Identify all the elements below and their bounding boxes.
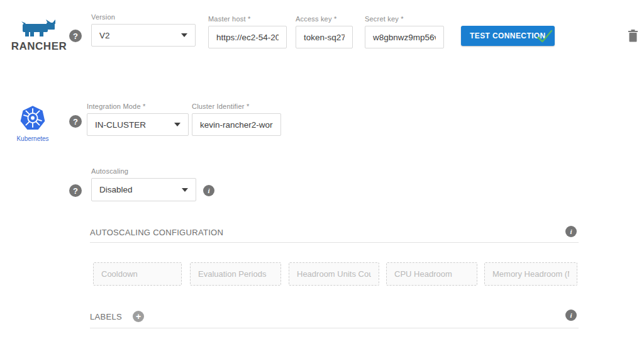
headroom-units-count-input xyxy=(289,262,379,286)
master-host-field: Master host * xyxy=(208,15,287,48)
access-key-label: Access key * xyxy=(296,15,353,23)
autoscaling-field: Autoscaling Disabled xyxy=(91,167,196,201)
cluster-identifier-label: Cluster Identifier * xyxy=(192,103,281,110)
autoscaling-help-icon[interactable]: ? xyxy=(69,184,82,197)
add-label-button[interactable]: + xyxy=(133,311,144,322)
autoscaling-configuration-info-icon[interactable]: i xyxy=(565,226,577,237)
autoscaling-configuration-title: AUTOSCALING CONFIGURATION xyxy=(90,228,223,237)
evaluation-periods-input xyxy=(190,262,281,286)
version-label: Version xyxy=(91,13,196,21)
kubernetes-helm-icon xyxy=(19,122,46,133)
memory-headroom-input xyxy=(484,262,577,286)
master-host-label: Master host * xyxy=(208,15,287,23)
labels-info-icon[interactable]: i xyxy=(565,310,577,321)
labels-divider xyxy=(90,328,579,328)
kubernetes-help-icon[interactable]: ? xyxy=(69,115,82,128)
integration-mode-value: IN-CLUSTER xyxy=(95,120,146,130)
secret-key-label: Secret key * xyxy=(365,15,444,23)
cluster-identifier-field: Cluster Identifier * xyxy=(192,103,281,136)
kubernetes-logo: Kubernetes xyxy=(15,105,50,142)
secret-key-field: Secret key * xyxy=(365,15,444,48)
delete-integration-trash-icon[interactable] xyxy=(628,29,638,45)
rancher-logo: RANCHER xyxy=(10,19,68,53)
rancher-help-icon[interactable]: ? xyxy=(69,30,82,42)
chevron-down-icon xyxy=(181,33,187,37)
secret-key-input[interactable] xyxy=(373,33,436,42)
chevron-down-icon xyxy=(174,123,180,126)
cooldown-input xyxy=(93,262,182,286)
connection-success-check-icon xyxy=(536,29,553,47)
version-field: Version V2 xyxy=(91,13,196,47)
autoscaling-value: Disabled xyxy=(99,185,133,194)
autoscaling-configuration-divider xyxy=(90,242,579,243)
master-host-input[interactable] xyxy=(216,33,279,42)
autoscaling-select[interactable]: Disabled xyxy=(91,178,196,201)
version-select[interactable]: V2 xyxy=(91,24,196,47)
cpu-headroom-input xyxy=(386,262,477,286)
integration-mode-field: Integration Mode * IN-CLUSTER xyxy=(87,103,189,136)
rancher-bull-icon xyxy=(21,28,57,39)
integration-mode-select[interactable]: IN-CLUSTER xyxy=(87,113,189,136)
autoscaling-label: Autoscaling xyxy=(91,167,196,175)
version-value: V2 xyxy=(99,31,110,40)
labels-section-title: LABELS xyxy=(90,312,122,321)
integration-settings-page: RANCHER ? Version V2 Master host * Acces… xyxy=(0,0,644,346)
rancher-logo-text: RANCHER xyxy=(10,40,68,53)
access-key-field: Access key * xyxy=(296,15,353,48)
chevron-down-icon xyxy=(182,188,188,192)
cluster-identifier-input[interactable] xyxy=(200,120,273,130)
integration-mode-label: Integration Mode * xyxy=(87,103,189,110)
autoscaling-info-icon[interactable]: i xyxy=(203,185,214,196)
kubernetes-logo-caption: Kubernetes xyxy=(15,135,50,142)
access-key-input[interactable] xyxy=(304,33,345,42)
